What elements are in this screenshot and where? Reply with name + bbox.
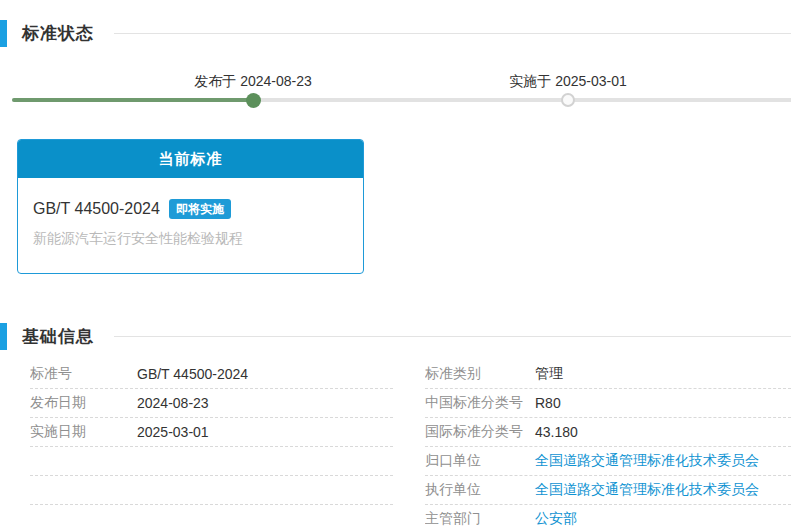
standard-status-timeline: 发布于 2024-08-23 实施于 2025-03-01: [0, 59, 791, 119]
table-row: 主管部门 公安部: [425, 505, 791, 526]
section-divider: [114, 33, 791, 34]
basic-info-table: 标准号 GB/T 44500-2024 发布日期 2024-08-23 实施日期…: [30, 360, 791, 526]
row-label: 执行单位: [425, 481, 535, 499]
table-row: 归口单位 全国道路交通管理标准化技术委员会: [425, 447, 791, 476]
table-row-empty: [30, 447, 393, 476]
row-value: 管理: [535, 365, 563, 383]
status-badge: 即将实施: [169, 199, 231, 219]
info-section-title: 基础信息: [22, 325, 94, 348]
row-value: 2025-03-01: [137, 424, 209, 440]
table-row: 国际标准分类号 43.180: [425, 418, 791, 447]
timeline-label-implemented: 实施于 2025-03-01: [509, 73, 627, 91]
table-row: 执行单位 全国道路交通管理标准化技术委员会: [425, 476, 791, 505]
row-label: 标准类别: [425, 365, 535, 383]
row-label: 标准号: [30, 365, 137, 383]
current-standard-card-body: GB/T 44500-2024 即将实施 新能源汽车运行安全性能检验规程: [18, 178, 363, 273]
row-label: 国际标准分类号: [425, 423, 535, 441]
table-row: 中国标准分类号 R80: [425, 389, 791, 418]
supervising-department-link[interactable]: 公安部: [535, 510, 577, 526]
row-value: GB/T 44500-2024: [137, 366, 248, 382]
row-label: 中国标准分类号: [425, 394, 535, 412]
timeline-dot-published: [246, 93, 261, 108]
standard-name: 新能源汽车运行安全性能检验规程: [33, 230, 348, 248]
current-standard-card: 当前标准 GB/T 44500-2024 即将实施 新能源汽车运行安全性能检验规…: [17, 139, 364, 274]
info-column-left: 标准号 GB/T 44500-2024 发布日期 2024-08-23 实施日期…: [30, 360, 393, 526]
row-label: 归口单位: [425, 452, 535, 470]
table-row: 发布日期 2024-08-23: [30, 389, 393, 418]
table-row: 标准号 GB/T 44500-2024: [30, 360, 393, 389]
executing-unit-link[interactable]: 全国道路交通管理标准化技术委员会: [535, 481, 759, 499]
current-standard-card-header: 当前标准: [18, 140, 363, 178]
timeline-label-published: 发布于 2024-08-23: [194, 73, 312, 91]
table-row-empty: [30, 476, 393, 505]
info-column-right: 标准类别 管理 中国标准分类号 R80 国际标准分类号 43.180 归口单位 …: [425, 360, 791, 526]
accent-bar: [0, 20, 7, 47]
status-section-header: 标准状态: [0, 20, 791, 47]
info-section-header: 基础信息: [0, 323, 791, 350]
standard-code: GB/T 44500-2024: [33, 200, 160, 218]
row-label: 发布日期: [30, 394, 137, 412]
status-section-title: 标准状态: [22, 22, 94, 45]
timeline-dot-implemented: [561, 93, 575, 107]
row-value: R80: [535, 395, 561, 411]
centralized-unit-link[interactable]: 全国道路交通管理标准化技术委员会: [535, 452, 759, 470]
row-value: 2024-08-23: [137, 395, 209, 411]
row-value: 43.180: [535, 424, 578, 440]
table-row: 实施日期 2025-03-01: [30, 418, 393, 447]
accent-bar: [0, 323, 7, 350]
table-row: 标准类别 管理: [425, 360, 791, 389]
table-row-empty: [30, 505, 393, 526]
section-divider: [114, 336, 791, 337]
row-label: 主管部门: [425, 510, 535, 526]
row-label: 实施日期: [30, 423, 137, 441]
timeline-progress: [12, 98, 254, 102]
